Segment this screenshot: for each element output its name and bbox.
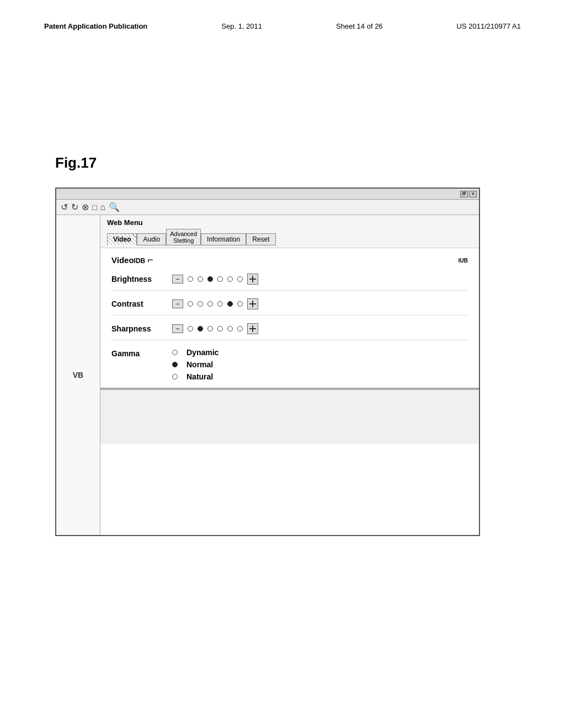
back-icon[interactable]: ↺ [61,202,68,212]
brightness-dot-1[interactable] [198,276,203,282]
gamma-normal-label: Normal [186,360,231,369]
tab-video[interactable]: Video [107,233,137,245]
main-panel: Web Menu Video Audio AdvancedStetting In… [100,215,479,535]
sharpness-dot-3[interactable] [217,326,223,331]
brightness-row: Brightness − [111,274,468,291]
fig-label: Fig.17 [55,154,97,172]
brightness-slider: − [172,274,468,285]
tab-information[interactable]: Information [201,233,246,245]
gamma-dynamic-dot[interactable] [172,350,178,355]
publication-label: Patent Application Publication [44,22,147,30]
tab-reset[interactable]: Reset [246,233,275,245]
title-bar-controls: 🗗 ✕ [460,191,477,197]
patent-label: US 2011/210977 A1 [457,22,521,30]
sharpness-dot-5[interactable] [237,326,243,331]
gamma-label: Gamma [111,348,172,358]
sharpness-dot-4[interactable] [227,326,233,331]
left-sidebar: VB [56,215,100,535]
tab-audio[interactable]: Audio [137,233,166,245]
sharpness-row: Sharpness − [111,323,468,340]
sidebar-label: VB [73,371,83,379]
gamma-natural: Natural [172,372,231,381]
page-header: Patent Application Publication Sep. 1, 2… [0,22,565,30]
sharpness-label: Sharpness [111,324,172,333]
contrast-minus[interactable]: − [172,299,183,308]
sharpness-dot-1[interactable] [198,326,203,331]
brightness-dot-4[interactable] [227,276,233,282]
gamma-normal: Normal [172,360,231,369]
page-icon[interactable]: □ [92,203,97,212]
video-title-row: Video IDB ⌐ IUB [111,255,468,265]
brightness-dot-5[interactable] [237,276,243,282]
contrast-dot-1[interactable] [198,301,203,307]
bottom-area [100,389,479,444]
sharpness-dot-0[interactable] [188,326,193,331]
sharpness-minus[interactable]: − [172,324,183,333]
contrast-label: Contrast [111,299,172,308]
close-button[interactable]: ✕ [469,191,477,197]
brightness-minus[interactable]: − [172,275,183,283]
contrast-dot-5[interactable] [237,301,243,307]
contrast-dot-0[interactable] [188,301,193,307]
stop-icon[interactable]: ⊗ [82,202,89,212]
sharpness-plus[interactable] [247,323,258,334]
toolbar: ↺ ↻ ⊗ □ ⌂ 🔍 [56,200,479,215]
video-title: Video [111,255,134,265]
plus-cross-icon-3 [248,324,257,333]
gamma-natural-dot[interactable] [172,374,178,379]
sheet-label: Sheet 14 of 26 [336,22,383,30]
gamma-dynamic-label: Dynamic [186,348,231,357]
gamma-natural-label: Natural [186,372,231,381]
restore-button[interactable]: 🗗 [460,191,468,197]
brightness-plus[interactable] [247,274,258,285]
sharpness-slider: − [172,323,468,334]
gamma-row: Gamma Dynamic Normal Natural [111,348,468,381]
gamma-normal-dot[interactable] [172,362,178,367]
tab-advanced[interactable]: AdvancedStetting [166,229,201,245]
plus-cross-icon [248,275,257,283]
main-window: 🗗 ✕ ↺ ↻ ⊗ □ ⌂ 🔍 VB Web Menu Video Audio … [55,188,480,536]
contrast-dot-4[interactable] [227,301,233,307]
gamma-options: Dynamic Normal Natural [172,348,231,381]
plus-cross-icon-2 [248,299,257,308]
contrast-slider: − [172,298,468,309]
gamma-dynamic: Dynamic [172,348,231,357]
web-menu-bar: Web Menu Video Audio AdvancedStetting In… [100,215,479,248]
content-area: VB Web Menu Video Audio AdvancedStetting… [56,215,479,535]
home-icon[interactable]: ⌂ [100,202,105,212]
iub-label: IUB [459,258,468,264]
web-menu-label: Web Menu [107,218,472,227]
brightness-dot-2[interactable] [207,276,213,282]
brightness-dot-0[interactable] [188,276,193,282]
contrast-dot-3[interactable] [217,301,223,307]
video-settings-panel: Video IDB ⌐ IUB Brightness − [100,248,479,389]
idb-label: IDB [134,257,146,265]
contrast-plus[interactable] [247,298,258,309]
menu-tabs: Video Audio AdvancedStetting Information… [107,229,472,245]
contrast-row: Contrast − [111,298,468,315]
sharpness-dot-2[interactable] [207,326,213,331]
contrast-dot-2[interactable] [207,301,213,307]
brightness-dot-3[interactable] [217,276,223,282]
date-label: Sep. 1, 2011 [221,22,262,30]
title-bar: 🗗 ✕ [56,189,479,200]
brightness-label: Brightness [111,275,172,283]
forward-icon[interactable]: ↻ [71,202,78,212]
search-icon[interactable]: 🔍 [109,202,120,212]
